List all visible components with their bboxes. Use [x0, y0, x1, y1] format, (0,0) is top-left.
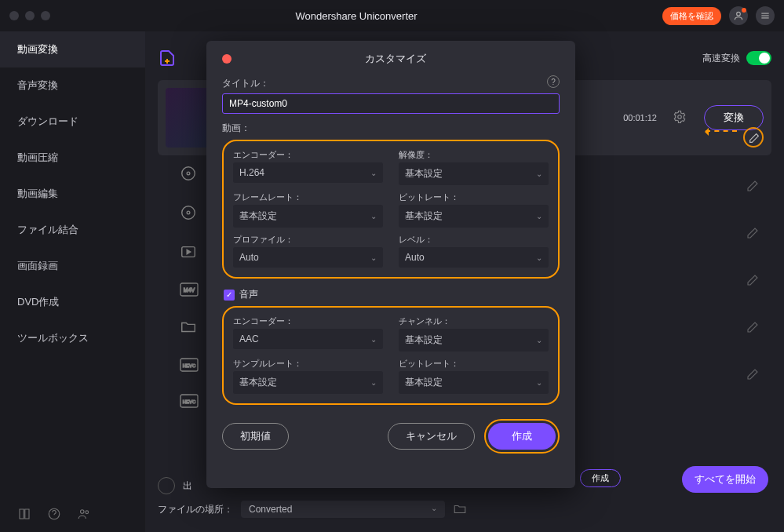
help-icon[interactable]: ?	[547, 75, 560, 88]
select-value: Auto	[405, 252, 425, 263]
select-value: H.264	[239, 167, 264, 178]
audio-encoder-select[interactable]: AAC⌄	[233, 329, 383, 349]
reset-button[interactable]: 初期値	[222, 423, 289, 450]
svg-point-0	[737, 12, 741, 16]
sidebar-item-toolbox[interactable]: ツールボックス	[0, 320, 145, 356]
select-value: 基本設定	[405, 333, 443, 347]
video-resolution-select[interactable]: 基本設定⌄	[399, 162, 549, 185]
video-level-select[interactable]: Auto⌄	[399, 247, 549, 268]
edit-icon[interactable]	[746, 179, 761, 195]
location-row: ファイルの場所： Converted ⌄	[158, 497, 771, 521]
m4v-icon[interactable]: M4V	[180, 282, 199, 297]
format-thumbs-column: M4V HEVC HEVC	[180, 165, 199, 408]
audio-enable-checkbox[interactable]: ✓ 音声	[224, 288, 560, 301]
chevron-down-icon: ⌄	[536, 212, 542, 220]
check-price-button[interactable]: 価格を確認	[662, 7, 721, 25]
select-value: 基本設定	[405, 167, 443, 180]
audio-bitrate-select[interactable]: 基本設定⌄	[399, 371, 549, 394]
search-icon[interactable]	[158, 477, 175, 494]
svg-point-8	[182, 167, 195, 180]
help-icon[interactable]	[47, 507, 61, 521]
maximize-window-icon[interactable]	[41, 11, 50, 20]
edit-preset-icon[interactable]	[743, 127, 764, 148]
video-settings-group: エンコーダー： H.264⌄ 解像度： 基本設定⌄ フレームレート： 基本設定⌄…	[222, 140, 560, 279]
bitrate-label: ビットレート：	[399, 191, 549, 203]
svg-point-7	[678, 115, 682, 119]
video-section-label: 動画：	[222, 122, 560, 135]
folder-icon[interactable]	[180, 319, 199, 336]
window-controls[interactable]	[9, 11, 50, 20]
sidebar-item-file-merge[interactable]: ファイル結合	[0, 212, 145, 248]
select-value: 基本設定	[405, 210, 443, 223]
svg-text:HEVC: HEVC	[183, 399, 196, 404]
video-bitrate-select[interactable]: 基本設定⌄	[399, 205, 549, 228]
hevc-icon[interactable]: HEVC	[180, 394, 199, 408]
edit-icon[interactable]	[746, 367, 761, 383]
hevc-icon[interactable]: HEVC	[180, 358, 199, 372]
select-value: AAC	[239, 333, 259, 344]
sidebar-item-screen-record[interactable]: 画面録画	[0, 248, 145, 284]
chevron-down-icon: ⌄	[370, 212, 377, 220]
disc-icon[interactable]	[180, 204, 199, 221]
dialog-title: カスタマイズ	[232, 52, 560, 66]
video-framerate-select[interactable]: 基本設定⌄	[233, 205, 383, 228]
open-folder-icon[interactable]	[453, 502, 467, 516]
sidebar-item-video-edit[interactable]: 動画編集	[0, 176, 145, 212]
book-icon[interactable]	[17, 507, 31, 521]
title-input[interactable]	[222, 93, 560, 114]
fast-convert-label: 高速変換	[702, 52, 740, 65]
audio-samplerate-select[interactable]: 基本設定⌄	[233, 371, 383, 394]
create-button[interactable]: 作成	[488, 423, 556, 450]
menu-icon[interactable]	[756, 6, 775, 25]
chevron-down-icon: ⌄	[536, 378, 542, 387]
account-icon[interactable]	[729, 6, 748, 25]
chevron-down-icon: ⌄	[536, 253, 542, 262]
location-select[interactable]: Converted ⌄	[241, 501, 445, 518]
sidebar-item-dvd[interactable]: DVD作成	[0, 284, 145, 320]
minimize-window-icon[interactable]	[25, 11, 35, 20]
location-label: ファイルの場所：	[158, 503, 233, 516]
sidebar-item-video-convert[interactable]: 動画変換	[0, 31, 145, 67]
create-preset-button[interactable]: 作成	[580, 469, 621, 487]
chevron-down-icon: ⌄	[431, 504, 437, 515]
format-rail	[743, 127, 764, 383]
select-value: Auto	[239, 252, 259, 263]
framerate-label: フレームレート：	[233, 191, 383, 203]
edit-icon[interactable]	[746, 320, 761, 336]
video-encoder-select[interactable]: H.264⌄	[233, 162, 383, 183]
svg-point-11	[187, 211, 190, 214]
cancel-button[interactable]: キャンセル	[388, 423, 475, 450]
audio-channel-select[interactable]: 基本設定⌄	[399, 329, 549, 352]
svg-point-5	[81, 510, 85, 514]
people-icon[interactable]	[77, 507, 91, 521]
dialog-buttons: 初期値 キャンセル 作成	[222, 419, 560, 454]
add-file-icon[interactable]	[158, 49, 177, 67]
dialog-close-icon[interactable]	[222, 54, 232, 64]
edit-icon[interactable]	[746, 273, 761, 289]
chevron-down-icon: ⌄	[536, 336, 542, 344]
app-title: Wondershare Uniconverter	[50, 10, 662, 22]
sidebar-item-download[interactable]: ダウンロード	[0, 104, 145, 140]
chevron-down-icon: ⌄	[536, 169, 542, 178]
chevron-down-icon: ⌄	[370, 169, 377, 177]
play-icon[interactable]	[180, 243, 199, 261]
video-profile-select[interactable]: Auto⌄	[233, 247, 383, 268]
gear-icon[interactable]	[673, 110, 688, 126]
edit-icon[interactable]	[746, 226, 761, 242]
profile-label: プロファイル：	[233, 234, 383, 246]
channel-label: チャンネル：	[399, 315, 549, 327]
chevron-down-icon: ⌄	[370, 335, 377, 344]
disc-icon[interactable]	[180, 165, 199, 182]
fast-convert-toggle[interactable]	[746, 51, 771, 65]
checkbox-checked-icon: ✓	[224, 290, 235, 301]
svg-point-6	[86, 511, 89, 514]
close-window-icon[interactable]	[9, 11, 19, 20]
output-label: 出	[183, 479, 192, 493]
sidebar-item-audio-convert[interactable]: 音声変換	[0, 67, 145, 104]
samplerate-label: サンプルレート：	[233, 358, 383, 370]
titlebar: Wondershare Uniconverter 価格を確認	[0, 0, 784, 31]
sidebar-item-video-compress[interactable]: 動画圧縮	[0, 140, 145, 176]
start-all-button[interactable]: すべてを開始	[682, 466, 768, 493]
encoder-label: エンコーダー：	[233, 149, 383, 161]
audio-encoder-label: エンコーダー：	[233, 315, 383, 327]
